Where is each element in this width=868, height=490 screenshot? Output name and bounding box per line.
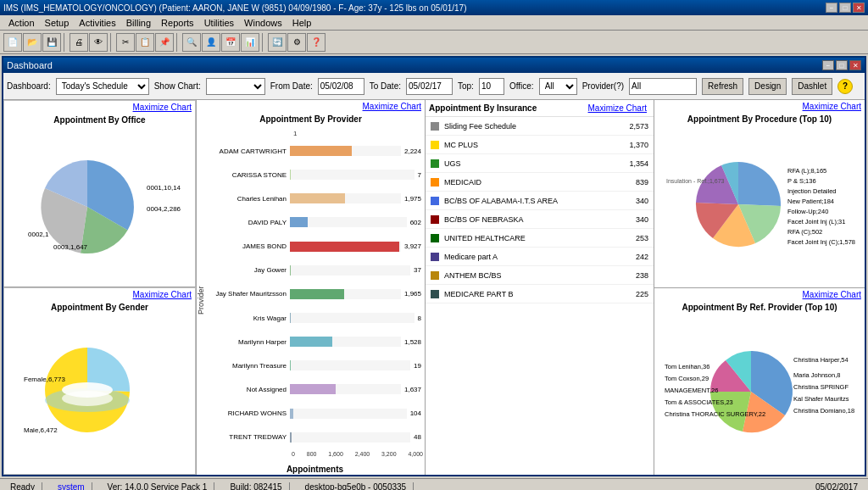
insurance-list-item: BC/BS OF ALABAMA-I.T.S AREA 340 bbox=[426, 192, 654, 210]
provider-bar-label: TRENT TREDWAY bbox=[205, 433, 290, 441]
procedure-maximize-link[interactable]: Maximize Chart bbox=[799, 100, 865, 113]
provider-bar-container bbox=[290, 384, 401, 394]
status-date: 05/02/2017 bbox=[809, 482, 865, 490]
provider-bar-label: JAMES BOND bbox=[205, 242, 290, 250]
provider-bar bbox=[290, 146, 352, 156]
gender-maximize-link[interactable]: Maximize Chart bbox=[130, 288, 195, 301]
insurance-count: 253 bbox=[636, 234, 648, 242]
toolbar-save-icon[interactable]: 💾 bbox=[42, 33, 61, 52]
toolbar-preview-icon[interactable]: 👁 bbox=[89, 33, 108, 52]
toolbar-copy-icon[interactable]: 📋 bbox=[136, 33, 154, 52]
toolbar-calendar-icon[interactable]: 📅 bbox=[221, 33, 240, 52]
provider-bar-label: CARISSA STONE bbox=[205, 171, 290, 179]
provider-bar-label: Charles Lenihan bbox=[205, 195, 290, 203]
menu-action[interactable]: Action bbox=[3, 15, 40, 31]
insurance-color-box bbox=[431, 178, 439, 187]
to-date-input[interactable] bbox=[406, 78, 453, 95]
insurance-chart-title: Appointment By Insurance bbox=[429, 103, 537, 113]
svg-point-7 bbox=[62, 382, 113, 398]
insurance-count: 242 bbox=[636, 253, 648, 261]
dashboard-minimize-button[interactable]: − bbox=[822, 60, 834, 70]
svg-text:P & S;136: P & S;136 bbox=[787, 177, 816, 185]
provider-input[interactable] bbox=[629, 78, 697, 95]
procedure-pie-chart: RFA (L);8,165 P & S;136 Injection Detail… bbox=[662, 158, 857, 255]
office-select[interactable]: All bbox=[539, 78, 577, 95]
menu-activities[interactable]: Activities bbox=[74, 15, 120, 31]
dashboard-select[interactable]: Today's Schedule bbox=[56, 78, 149, 95]
insurance-maximize-link[interactable]: Maximize Chart bbox=[585, 102, 650, 114]
provider-bar-value: 8 bbox=[418, 315, 421, 322]
provider-maximize-link[interactable]: Maximize Chart bbox=[359, 100, 425, 113]
menu-windows[interactable]: Windows bbox=[239, 15, 287, 31]
dashlet-button[interactable]: Dashlet bbox=[792, 78, 832, 95]
svg-text:RFA (C);502: RFA (C);502 bbox=[787, 228, 822, 236]
insurance-list-item: MC PLUS 1,370 bbox=[426, 136, 654, 154]
provider-bar bbox=[290, 432, 292, 443]
insurance-list: Sliding Fee Schedule 2,573 MC PLUS 1,370… bbox=[426, 117, 654, 475]
provider-bar-value: 7 bbox=[418, 171, 421, 179]
show-chart-select[interactable] bbox=[206, 78, 265, 95]
provider-bar bbox=[290, 337, 332, 347]
toolbar-new-icon[interactable]: 📄 bbox=[3, 33, 22, 52]
svg-text:Christina Domiano,18: Christina Domiano,18 bbox=[793, 407, 854, 415]
toolbar-paste-icon[interactable]: 📌 bbox=[155, 33, 174, 52]
insurance-name: BC/BS OF NEBRASKA bbox=[444, 215, 632, 224]
provider-bar-label: Kris Wagar bbox=[205, 315, 290, 322]
provider-bar-value: 37 bbox=[414, 266, 421, 274]
dashboard-window-controls: − □ ✕ bbox=[822, 60, 861, 70]
menu-setup[interactable]: Setup bbox=[40, 15, 75, 31]
gender-chart-title: Appointment By Gender bbox=[4, 301, 195, 314]
toolbar-open-icon[interactable]: 📂 bbox=[23, 33, 42, 52]
insurance-count: 225 bbox=[636, 290, 648, 298]
provider-bar-value: 3,927 bbox=[404, 242, 421, 250]
dashboard-close-button[interactable]: ✕ bbox=[849, 60, 861, 70]
provider-bar-label: Marilynn Treasure bbox=[205, 362, 290, 370]
insurance-list-item: MEDICAID 839 bbox=[426, 173, 654, 192]
left-panel: Maximize Chart Appointment By Office bbox=[3, 100, 197, 475]
ref-provider-maximize-link[interactable]: Maximize Chart bbox=[799, 288, 865, 301]
status-desktop: desktop-bq5e0b - 0050335 bbox=[298, 482, 415, 490]
insurance-list-item: Medicare part A 242 bbox=[426, 248, 654, 266]
maximize-button[interactable]: □ bbox=[839, 3, 851, 13]
help-icon[interactable]: ? bbox=[837, 79, 853, 94]
menu-reports[interactable]: Reports bbox=[156, 15, 199, 31]
menu-billing[interactable]: Billing bbox=[121, 15, 156, 31]
toolbar-settings-icon[interactable]: ⚙ bbox=[287, 33, 306, 52]
main-toolbar: 📄 📂 💾 🖨 👁 ✂ 📋 📌 🔍 👤 📅 📊 🔄 ⚙ ❓ bbox=[0, 31, 868, 54]
provider-bar-row: DAVID PALY 602 bbox=[205, 215, 421, 229]
insurance-name: MEDICAID bbox=[444, 178, 632, 187]
provider-x-axis-label: Appointments bbox=[205, 463, 425, 475]
menu-utilities[interactable]: Utilities bbox=[199, 15, 239, 31]
gender-pie-area: Female,6,773 Male,6,472 bbox=[4, 314, 195, 474]
toolbar-help-icon[interactable]: ❓ bbox=[307, 33, 326, 52]
menu-help[interactable]: Help bbox=[287, 15, 317, 31]
insurance-name: UNITED HEALTHCARE bbox=[444, 234, 632, 242]
insurance-color-box bbox=[431, 159, 439, 168]
toolbar-cut-icon[interactable]: ✂ bbox=[116, 33, 135, 52]
toolbar-search-icon[interactable]: 🔍 bbox=[182, 33, 201, 52]
ref-provider-chart-panel: Maximize Chart Appointment By Ref. Provi… bbox=[654, 288, 865, 476]
svg-text:RFA (L);8,165: RFA (L);8,165 bbox=[787, 167, 826, 175]
toolbar-print-icon[interactable]: 🖨 bbox=[70, 33, 88, 52]
design-button[interactable]: Design bbox=[748, 78, 787, 95]
toolbar-chart-icon[interactable]: 📊 bbox=[241, 33, 259, 52]
toolbar-refresh-icon[interactable]: 🔄 bbox=[268, 33, 287, 52]
dashboard-window: Dashboard − □ ✕ Dashboard: Today's Sched… bbox=[2, 56, 866, 476]
from-date-input[interactable] bbox=[318, 78, 364, 95]
office-maximize-link[interactable]: Maximize Chart bbox=[130, 101, 195, 114]
insurance-name: MC PLUS bbox=[444, 141, 626, 149]
top-input[interactable] bbox=[479, 78, 504, 95]
svg-text:Injection Detailed: Injection Detailed bbox=[787, 187, 837, 195]
close-button[interactable]: ✕ bbox=[853, 3, 865, 13]
provider-bar-label: Jay Shafer Mauritzsson bbox=[205, 290, 290, 298]
provider-bar-row: Not Assigned 1,637 bbox=[205, 382, 421, 396]
provider-bar-label: Not Assigned bbox=[205, 386, 290, 393]
minimize-button[interactable]: − bbox=[826, 3, 837, 13]
provider-bar-container bbox=[290, 337, 401, 347]
insurance-count: 839 bbox=[636, 178, 648, 187]
dashboard-maximize-button[interactable]: □ bbox=[836, 60, 848, 70]
provider-bar bbox=[290, 360, 291, 370]
refresh-button[interactable]: Refresh bbox=[702, 78, 743, 95]
toolbar-patient-icon[interactable]: 👤 bbox=[202, 33, 220, 52]
svg-text:Christina SPRINGF: Christina SPRINGF bbox=[793, 383, 849, 391]
